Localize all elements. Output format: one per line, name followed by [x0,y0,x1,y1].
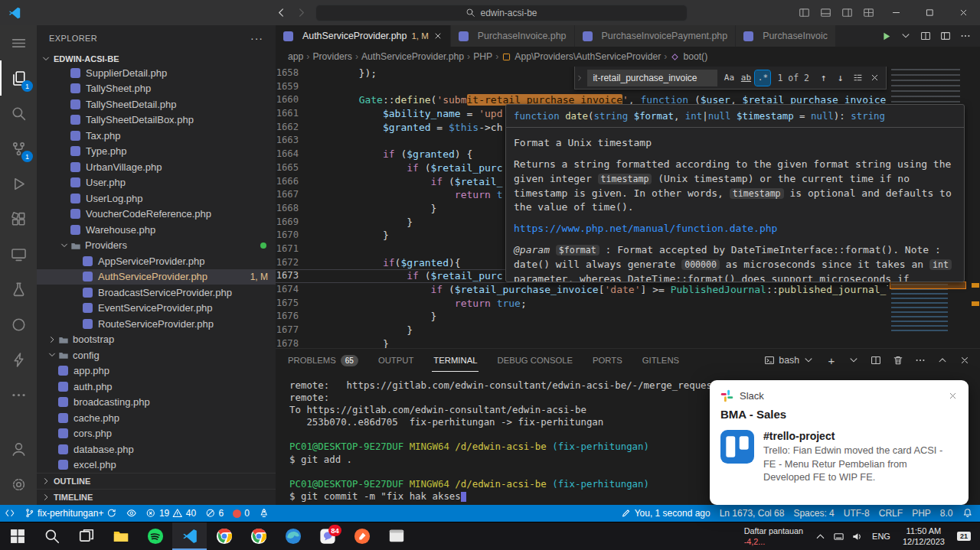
section-timeline[interactable]: TIMELINE [37,489,276,505]
status-encoding[interactable]: UTF-8 [839,505,874,522]
explorer-file[interactable]: Warehouse.php [37,222,276,238]
taskbar-postman[interactable] [345,522,379,550]
status-problems[interactable]: 1940 [141,505,201,522]
explorer-file[interactable]: EventServiceProvider.php [37,301,276,317]
explorer-folder[interactable]: Providers [37,238,276,254]
taskbar-vscode[interactable] [172,522,207,550]
breadcrumb-item[interactable]: Providers [312,51,351,62]
activity-more-views[interactable] [0,377,37,412]
maximize-button[interactable] [913,0,946,25]
activity-search[interactable] [0,96,37,131]
explorer-file[interactable]: TallySheet.php [37,81,276,97]
status-blame-info[interactable]: You, 1 second ago [616,505,714,522]
run-button[interactable] [880,31,891,41]
explorer-file[interactable]: Type.php [37,144,276,160]
explorer-file[interactable]: AppServiceProvider.php [37,253,276,269]
run-dropdown-icon[interactable] [900,31,911,41]
explorer-file[interactable]: RouteServiceProvider.php [37,316,276,332]
status-git-branch[interactable]: fix-perhitungan+ [20,505,122,522]
new-terminal-button[interactable]: + [824,354,839,367]
activity-run-debug[interactable] [0,166,37,201]
match-case-toggle[interactable]: Aa [721,70,737,86]
touch-keyboard-icon[interactable] [829,531,848,542]
toggle-replace-icon[interactable] [575,67,584,89]
activity-testing[interactable] [0,272,37,307]
activity-source-control[interactable]: 1 [0,131,37,166]
activity-remote-explorer[interactable] [0,236,37,272]
activity-thunder-client[interactable] [0,342,37,377]
editor-more-actions-icon[interactable] [960,31,971,41]
breadcrumb-item[interactable]: boot() [683,51,707,62]
breadcrumb-item[interactable]: App\Providers\AuthServiceProvider [514,51,661,62]
activity-settings[interactable] [0,467,37,502]
explorer-more-actions-icon[interactable]: ··· [250,32,263,44]
explorer-file[interactable]: TallySheetDetail.php [37,96,276,112]
terminal-shell-picker[interactable]: bash [764,355,814,366]
split-editor-icon[interactable] [920,31,931,41]
explorer-file[interactable]: auth.php [37,379,276,395]
close-icon[interactable] [433,31,443,41]
explorer-file[interactable]: UrbanVillage.php [37,159,276,175]
toggle-sidebar-icon[interactable] [793,7,815,18]
close-panel-button[interactable] [957,355,972,366]
close-notification-icon[interactable] [948,391,958,401]
language-indicator[interactable]: ENG [866,532,897,541]
editor-layout-icon[interactable] [940,31,951,41]
activity-extensions[interactable] [0,201,37,236]
notification-center[interactable]: 21 [951,532,977,541]
panel-more-actions-button[interactable] [913,355,928,366]
taskbar-chrome-profile-2[interactable] [241,522,276,550]
toggle-panel-icon[interactable] [815,7,836,18]
volume-icon[interactable] [848,531,866,542]
find-input[interactable] [587,70,717,86]
taskbar-window-app[interactable] [379,522,413,550]
status-language-mode[interactable]: PHP [907,505,936,522]
explorer-file[interactable]: BroadcastServiceProvider.php [37,285,276,301]
maximize-panel-button[interactable] [935,355,950,366]
section-outline[interactable]: OUTLINE [37,473,276,489]
taskbar-spotify[interactable] [138,522,172,550]
taskbar-start[interactable] [0,522,34,550]
activity-explorer[interactable]: 1 [0,60,37,96]
explorer-file[interactable]: UserLog.php [37,190,276,207]
status-php-version[interactable]: 8.0 [936,505,958,522]
close-find-button[interactable] [866,70,883,86]
explorer-file[interactable]: cors.php [37,426,276,442]
tray-expand-icon[interactable] [811,531,829,542]
taskbar-file-explorer[interactable] [103,522,138,550]
previous-match-button[interactable]: ↑ [815,70,832,86]
editor-tab[interactable]: AuthServiceProvider.php1, M [276,25,451,47]
status-eol[interactable]: CRLF [874,505,907,522]
taskbar-chat-app[interactable]: 84 [310,522,345,550]
editor-tab[interactable]: PurchaseInvoicePayment.php [575,25,737,47]
activity-menu[interactable] [0,25,37,60]
activity-database[interactable] [0,307,37,342]
explorer-file[interactable]: User.php [37,175,276,191]
code-editor[interactable]: 1658 });16591660 Gate::define('submit-re… [276,67,980,348]
breadcrumb-item[interactable]: PHP [473,51,492,62]
tooltip-link[interactable]: https://www.php.net/manual/function.date… [514,223,777,234]
status-record-count[interactable]: 0 [228,505,254,522]
panel-tab-gitlens[interactable]: GITLENS [641,349,681,372]
status-indentation[interactable]: Spaces: 4 [789,505,838,522]
taskbar-search[interactable] [34,522,69,550]
slack-message-row[interactable]: #trello-project Trello: Fian Edwin moved… [710,421,969,493]
explorer-file[interactable]: broadcasting.php [37,395,276,411]
terminal-dropdown-button[interactable] [846,355,861,366]
explorer-file[interactable]: cache.php [37,410,276,426]
explorer-folder[interactable]: config [37,347,276,363]
breadcrumb-item[interactable]: app [288,51,303,62]
whole-word-toggle[interactable]: ab [738,70,753,86]
status-remote-indicator[interactable] [0,505,20,522]
clock[interactable]: 11:50 AM 12/12/2023 [897,526,951,548]
taskbar-widget[interactable]: Daftar pantauan -4,2... [737,526,811,547]
status-secondary-problems[interactable]: 6 [201,505,228,522]
editor-tab[interactable]: PurchaseInvoice.php [451,25,575,47]
minimize-button[interactable] [879,0,913,25]
kill-terminal-button[interactable] [890,355,906,366]
panel-tab-problems[interactable]: PROBLEMS65 [286,349,360,372]
explorer-file[interactable]: VoucherCodeReference.php [37,207,276,223]
explorer-file[interactable]: TallySheetDetailBox.php [37,112,276,129]
explorer-file[interactable]: Tax.php [37,128,276,144]
nav-back-icon[interactable] [271,7,291,18]
